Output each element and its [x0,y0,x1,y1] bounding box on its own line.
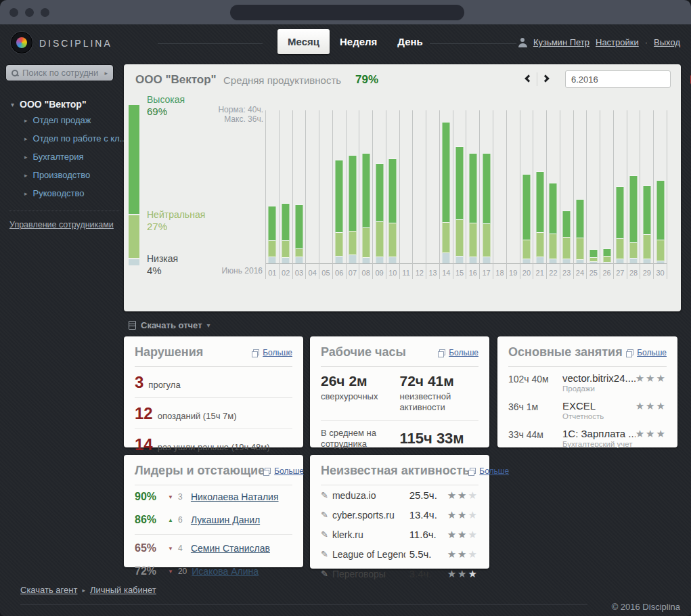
download-agent-link[interactable]: Скачать агент [20,585,77,595]
arrow-up-icon: ▲ [168,517,173,523]
employee-link-Николаева Наталия[interactable]: Николаева Наталия [191,491,279,502]
prev-month-button[interactable] [523,74,534,85]
edit-pencil-icon[interactable]: ✎ [321,569,328,579]
chart-day-01[interactable]: 01 [265,110,279,279]
personal-account-link[interactable]: Личный кабинет [90,585,156,595]
activity-rating[interactable]: ★★★ [636,428,667,440]
unknown-activity-rating[interactable]: ★★★ [447,529,478,541]
edit-pencil-icon[interactable]: ✎ [321,529,328,540]
activity-row: 102ч 40мvector.bitrix24....Продажи★★★ [508,367,667,395]
chart-day-26[interactable]: 26 [600,110,613,279]
chart-day-29[interactable]: 29 [640,110,653,279]
star-icon: ★ [468,489,478,501]
chart-day-23[interactable]: 23 [560,110,573,279]
unknown-activity-title: Неизвестная активность [321,464,470,478]
pinwheel-icon [16,37,27,48]
sidebar-item-Производство[interactable]: ▸Производство [5,166,120,184]
sidebar-item-Отдел по работе с кл..[interactable]: ▸Отдел по работе с кл.. [5,129,120,148]
chart-day-20[interactable]: 20 [520,110,533,279]
activity-rating[interactable]: ★★★ [636,372,667,384]
bar-segment [362,258,370,263]
bar-segment [269,257,276,263]
chart-day-17[interactable]: 17 [479,110,493,279]
chart-day-28[interactable]: 28 [627,110,640,279]
day-label-03: 03 [293,269,306,277]
user-name-link[interactable]: Кузьмин Петр [533,37,589,47]
unknown-activity-rating[interactable]: ★★★ [447,489,478,502]
tab-Месяц[interactable]: Месяц [277,29,330,54]
star-icon: ★ [636,428,646,439]
sidebar-item-Руководство[interactable]: ▸Руководство [5,184,120,202]
chart-day-08[interactable]: 08 [359,110,372,279]
sidebar-item-Бухгалтерия[interactable]: ▸Бухгалтерия [5,148,120,166]
bar-segment [456,257,464,263]
tree-item-label: Бухгалтерия [33,152,84,162]
logout-link[interactable]: Выход [654,37,680,47]
date-picker[interactable] [565,70,671,88]
chart-day-25[interactable]: 25 [586,110,600,279]
address-bar[interactable] [230,5,464,20]
activities-more-link[interactable]: Больше [627,348,667,357]
employee-search-box[interactable]: ▸ [5,64,114,81]
hours-more-link[interactable]: Больше [439,348,478,357]
chart-day-09[interactable]: 09 [372,110,386,279]
chart-day-21[interactable]: 21 [533,110,546,279]
leaders-more-link[interactable]: Больше [265,466,304,476]
tree-root-company[interactable]: ▾ ООО "Вектор" [5,97,120,111]
edit-pencil-icon[interactable]: ✎ [321,549,328,559]
chart-day-19[interactable]: 19 [506,110,520,279]
tab-Неделя[interactable]: Неделя [330,29,387,54]
activity-rating[interactable]: ★★★ [636,400,667,412]
chart-day-27[interactable]: 27 [613,110,627,279]
chart-day-18[interactable]: 18 [493,110,506,279]
chart-day-12[interactable]: 12 [412,110,426,279]
chart-day-22[interactable]: 22 [546,110,560,279]
bar-22 [550,183,557,263]
bar-segment [443,253,450,263]
edit-pencil-icon[interactable]: ✎ [321,510,328,520]
chart-day-10[interactable]: 10 [386,110,399,279]
violations-more-link[interactable]: Больше [253,348,292,357]
tree-item-label: Отдел по работе с кл.. [33,133,125,144]
day-label-19: 19 [507,269,520,277]
unknown-activity-more-link[interactable]: Больше [470,466,509,476]
next-month-button[interactable] [542,74,553,85]
employee-link-Лукашин Данил[interactable]: Лукашин Данил [191,514,260,525]
employee-link-Семин Станислав[interactable]: Семин Станислав [191,543,270,554]
tab-День[interactable]: День [387,29,433,54]
chart-day-11[interactable]: 11 [399,110,413,279]
chevron-left-icon [525,74,532,82]
chart-day-05[interactable]: 05 [319,110,332,279]
chart-day-07[interactable]: 07 [346,110,359,279]
date-input[interactable] [571,74,690,85]
bar-01 [269,206,276,263]
bar-segment [536,257,543,263]
avg-per-employee-label: В среднем на сотрудника [321,428,400,450]
employee-link-Исакова Алина[interactable]: Исакова Алина [192,566,259,577]
unknown-activity-rating[interactable]: ★★★ [447,568,478,580]
window-close-icon[interactable] [9,8,18,17]
search-input[interactable] [22,68,100,78]
activity-time: 33ч 44м [508,428,562,440]
day-label-11: 11 [400,269,413,277]
download-report-dropdown[interactable]: Скачать отчет ▾ [129,320,210,330]
chart-day-02[interactable]: 02 [279,110,292,279]
settings-link[interactable]: Настройки [596,37,639,47]
chart-day-30[interactable]: 30 [653,110,667,279]
unknown-activity-rating[interactable]: ★★★ [447,548,478,560]
chart-day-15[interactable]: 15 [453,110,466,279]
chart-day-06[interactable]: 06 [332,110,346,279]
edit-pencil-icon[interactable]: ✎ [321,490,328,500]
window-zoom-icon[interactable] [41,8,49,17]
unknown-activity-rating[interactable]: ★★★ [447,509,478,521]
chart-day-13[interactable]: 13 [426,110,439,279]
chart-day-03[interactable]: 03 [292,110,306,279]
chart-day-16[interactable]: 16 [466,110,479,279]
chart-day-24[interactable]: 24 [573,110,587,279]
sidebar-item-Отдел продаж[interactable]: ▸Отдел продаж [5,111,120,129]
window-minimize-icon[interactable] [25,8,34,17]
manage-employees-link[interactable]: Управление сотрудниками [9,220,114,229]
chart-day-04[interactable]: 04 [305,110,319,279]
chart-day-14[interactable]: 14 [439,110,453,279]
report-window-icon [470,468,476,474]
